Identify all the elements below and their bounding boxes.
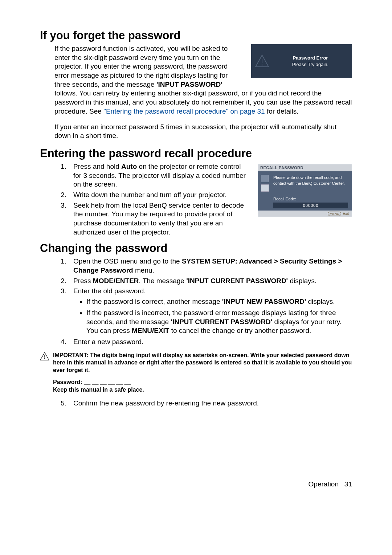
link-recall-procedure[interactable]: "Entering the password recall procedure"… — [103, 107, 265, 115]
important-note: IMPORTANT: The digits being input will d… — [53, 352, 352, 374]
forget-paragraph-2: If you enter an incorrect password 5 tim… — [54, 123, 352, 140]
change-step-5: Confirm the new password by re-entering … — [68, 399, 352, 408]
error-title: Password Error — [272, 55, 348, 61]
page-footer: Operation 31 — [40, 480, 352, 488]
change-step-3b: If the password is incorrect, the passwo… — [86, 309, 352, 335]
change-step-2: Press MODE/ENTER. The message 'INPUT CUR… — [68, 277, 352, 286]
change-step-4: Enter a new password. — [68, 338, 352, 347]
change-steps-cont: Confirm the new password by re-entering … — [40, 399, 352, 408]
password-error-screenshot: Password Error Please Try again. — [251, 44, 352, 78]
keep-manual-note: Keep this manual in a safe place. — [53, 386, 352, 394]
recall-code-label: Recall Code: — [258, 196, 352, 202]
recall-password-screenshot: RECALL PASSWORD Please write down the re… — [258, 164, 352, 217]
recall-thumb-icon — [261, 175, 269, 182]
svg-point-3 — [44, 358, 45, 359]
change-step-3a: If the password is correct, another mess… — [86, 297, 352, 306]
exit-label: Exit — [343, 212, 349, 216]
password-blank-line: Password: __ __ __ __ __ __ — [53, 379, 352, 386]
recall-msg: Please write down the recall code, and c… — [271, 175, 349, 194]
heading-forget-password: If you forget the password — [40, 29, 352, 42]
svg-point-1 — [262, 65, 263, 66]
change-steps: Open the OSD menu and go to the SYSTEM S… — [40, 257, 352, 346]
change-step-1: Open the OSD menu and go to the SYSTEM S… — [68, 257, 352, 275]
warning-triangle-icon — [255, 54, 269, 68]
menu-pill: MENU — [328, 212, 341, 216]
heading-changing-password: Changing the password — [40, 242, 352, 255]
recall-code-value: 000000 — [273, 203, 348, 208]
recall-header: RECALL PASSWORD — [258, 164, 352, 171]
recall-thumb-icon — [261, 184, 269, 192]
caution-icon — [40, 352, 49, 374]
error-msg: Please Try again. — [272, 62, 348, 67]
change-step-3: Enter the old password. If the password … — [68, 287, 352, 335]
heading-recall-procedure: Entering the password recall procedure — [40, 147, 352, 160]
recall-footer: MENU Exit — [258, 211, 352, 217]
